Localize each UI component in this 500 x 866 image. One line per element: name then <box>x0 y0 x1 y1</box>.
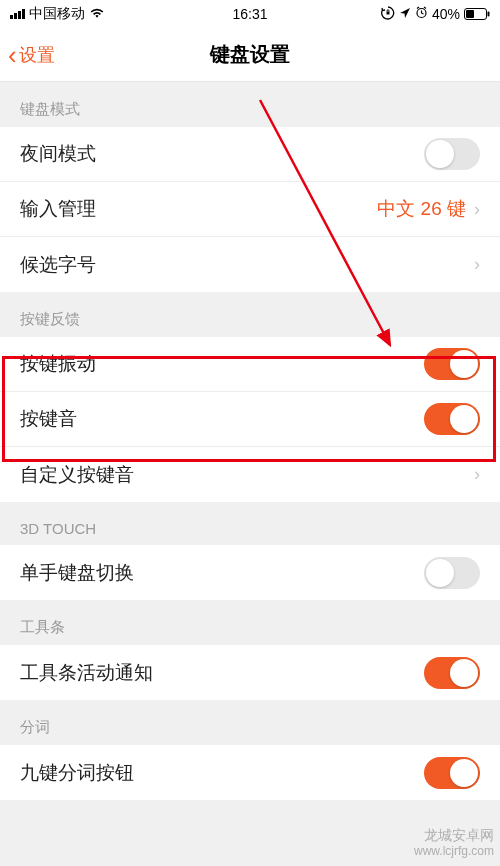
watermark: 龙城安卓网 www.lcjrfg.com <box>414 826 494 860</box>
row-label: 按键音 <box>20 406 77 432</box>
toggle-key-sound[interactable] <box>424 403 480 435</box>
row-custom-sound[interactable]: 自定义按键音 › <box>0 447 500 502</box>
status-left: 中国移动 <box>10 5 105 23</box>
row-label: 自定义按键音 <box>20 462 134 488</box>
nav-bar: ‹ 设置 键盘设置 <box>0 28 500 82</box>
row-label: 九键分词按钮 <box>20 760 134 786</box>
alarm-icon <box>415 6 428 22</box>
toggle-toolbar-notice[interactable] <box>424 657 480 689</box>
toggle-one-hand[interactable] <box>424 557 480 589</box>
toggle-night-mode[interactable] <box>424 138 480 170</box>
chevron-right-icon: › <box>474 464 480 485</box>
row-key-vibrate[interactable]: 按键振动 <box>0 337 500 392</box>
row-value: 中文 26 键 <box>377 196 466 222</box>
svg-rect-0 <box>386 11 389 14</box>
row-nine-key[interactable]: 九键分词按钮 <box>0 745 500 800</box>
row-one-hand[interactable]: 单手键盘切换 <box>0 545 500 600</box>
carrier-label: 中国移动 <box>29 5 85 23</box>
status-right: 40% <box>381 6 490 23</box>
section-header-mode: 键盘模式 <box>0 82 500 127</box>
row-candidate-size[interactable]: 候选字号 › <box>0 237 500 292</box>
svg-rect-3 <box>466 10 474 18</box>
row-label: 输入管理 <box>20 196 96 222</box>
row-label: 单手键盘切换 <box>20 560 134 586</box>
section-header-feedback: 按键反馈 <box>0 292 500 337</box>
orientation-lock-icon <box>381 6 395 23</box>
row-night-mode[interactable]: 夜间模式 <box>0 127 500 182</box>
row-label: 工具条活动通知 <box>20 660 153 686</box>
section-header-segmentation: 分词 <box>0 700 500 745</box>
chevron-right-icon: › <box>474 199 480 220</box>
section-header-toolbar: 工具条 <box>0 600 500 645</box>
row-key-sound[interactable]: 按键音 <box>0 392 500 447</box>
row-label: 候选字号 <box>20 252 96 278</box>
page-title: 键盘设置 <box>210 41 290 68</box>
watermark-name: 龙城安卓网 <box>414 826 494 844</box>
battery-icon <box>464 8 490 20</box>
chevron-left-icon: ‹ <box>8 42 17 68</box>
svg-rect-4 <box>488 12 490 17</box>
back-label: 设置 <box>19 43 55 67</box>
battery-pct: 40% <box>432 6 460 22</box>
status-time: 16:31 <box>232 6 267 22</box>
row-input-mgmt[interactable]: 输入管理 中文 26 键 › <box>0 182 500 237</box>
signal-icon <box>10 9 25 19</box>
chevron-right-icon: › <box>474 254 480 275</box>
location-icon <box>399 6 411 22</box>
row-label: 按键振动 <box>20 351 96 377</box>
section-header-3dtouch: 3D TOUCH <box>0 502 500 545</box>
toggle-nine-key[interactable] <box>424 757 480 789</box>
row-toolbar-notice[interactable]: 工具条活动通知 <box>0 645 500 700</box>
watermark-url: www.lcjrfg.com <box>414 844 494 860</box>
back-button[interactable]: ‹ 设置 <box>0 42 55 68</box>
row-label: 夜间模式 <box>20 141 96 167</box>
status-bar: 中国移动 16:31 40% <box>0 0 500 28</box>
toggle-key-vibrate[interactable] <box>424 348 480 380</box>
wifi-icon <box>89 6 105 22</box>
